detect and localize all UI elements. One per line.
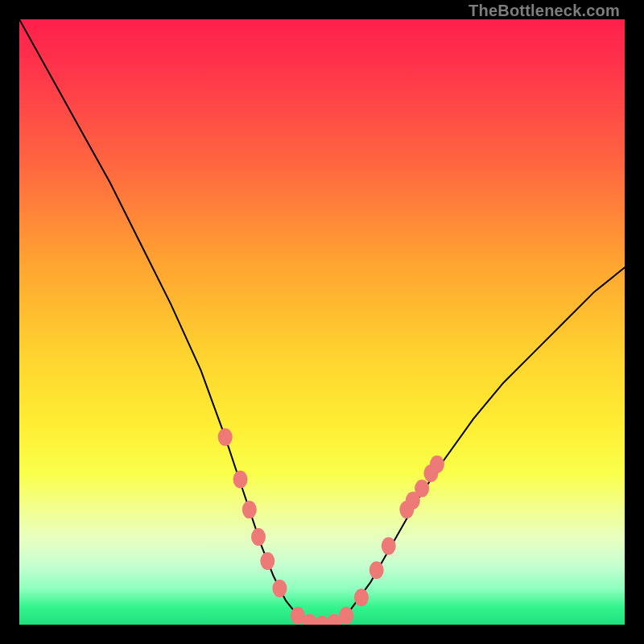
curve-marker bbox=[430, 456, 444, 473]
curve-marker bbox=[260, 552, 275, 570]
curve-marker bbox=[272, 580, 287, 597]
watermark-label: TheBottleneck.com bbox=[469, 2, 620, 20]
curve-marker bbox=[251, 528, 266, 546]
bottleneck-curve-svg bbox=[19, 19, 625, 625]
curve-marker bbox=[242, 501, 257, 518]
curve-marker bbox=[233, 471, 248, 489]
curve-marker bbox=[369, 561, 384, 579]
curve-marker bbox=[354, 588, 369, 606]
curve-marker bbox=[415, 480, 429, 497]
curve-marker bbox=[218, 428, 233, 446]
curve-markers-group bbox=[218, 428, 444, 625]
curve-marker bbox=[382, 537, 396, 555]
chart-plot-area bbox=[19, 19, 625, 625]
outer-frame: TheBottleneck.com bbox=[0, 0, 644, 644]
curve-marker bbox=[339, 607, 353, 625]
bottleneck-curve-path bbox=[19, 19, 625, 625]
